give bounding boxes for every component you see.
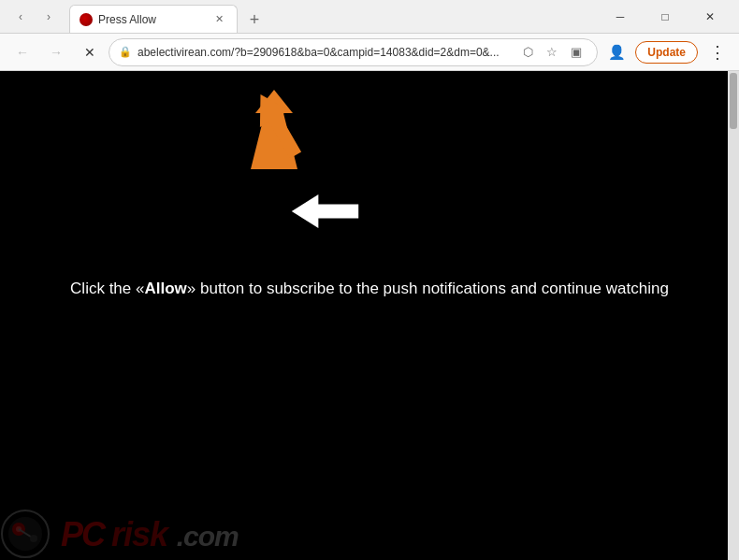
- active-tab[interactable]: Press Allow ✕: [69, 5, 238, 33]
- instruction-text-line: Click the «Allow» button to subscribe to…: [70, 280, 669, 297]
- svg-point-9: [30, 535, 37, 542]
- tab-favicon: [80, 13, 93, 26]
- svg-marker-2: [246, 86, 311, 164]
- white-left-arrow-icon: [290, 193, 360, 234]
- sidebar-icon[interactable]: ▣: [565, 41, 587, 64]
- menu-button[interactable]: ⋮: [702, 37, 732, 67]
- url-actions: ⬡ ☆ ▣: [516, 41, 587, 64]
- forward-button[interactable]: →: [41, 37, 71, 67]
- address-bar: ← → ✕ 🔒 abelectivirean.com/?b=2909618&ba…: [0, 34, 739, 71]
- scrollbar[interactable]: [728, 71, 739, 560]
- pcrisk-watermark: PC risk .com: [0, 509, 239, 560]
- main-instruction-text: Click the «Allow» button to subscribe to…: [0, 277, 739, 301]
- browser-content: Click the «Allow» button to subscribe to…: [0, 71, 739, 560]
- new-tab-button[interactable]: +: [241, 7, 268, 33]
- url-box[interactable]: 🔒 abelectivirean.com/?b=2909618&ba=0&cam…: [109, 38, 598, 66]
- allow-bold: Allow: [144, 280, 186, 297]
- lock-icon: 🔒: [119, 46, 132, 58]
- tab-close-button[interactable]: ✕: [210, 11, 227, 28]
- bookmark-icon[interactable]: ☆: [541, 41, 563, 64]
- svg-marker-3: [292, 194, 358, 228]
- orange-up-arrow-icon: [243, 85, 313, 168]
- reload-button[interactable]: ✕: [75, 37, 105, 67]
- close-button[interactable]: ✕: [688, 2, 732, 32]
- minimize-button[interactable]: ─: [599, 2, 642, 32]
- tab-prev-btn[interactable]: ‹: [7, 4, 34, 30]
- pc-text: PC: [61, 515, 111, 553]
- share-icon[interactable]: ⬡: [516, 41, 539, 64]
- scrollbar-thumb[interactable]: [730, 73, 737, 129]
- toolbar-right: 👤 Update ⋮: [601, 37, 732, 67]
- tab-area: Press Allow ✕ +: [69, 0, 599, 33]
- url-text: abelectivirean.com/?b=2909618&ba=0&campi…: [138, 46, 511, 59]
- back-button[interactable]: ←: [7, 37, 37, 67]
- tab-next-btn[interactable]: ›: [36, 4, 62, 30]
- tab-strip-controls: ‹ ›: [7, 4, 62, 30]
- restore-button[interactable]: □: [644, 2, 687, 32]
- pcrisk-text: PC risk .com: [61, 514, 239, 554]
- profile-icon[interactable]: 👤: [601, 37, 631, 67]
- window-controls: ─ □ ✕: [599, 2, 732, 32]
- update-button[interactable]: Update: [635, 41, 698, 64]
- pcrisk-logo-icon: [0, 509, 51, 560]
- title-bar: ‹ › Press Allow ✕ + ─ □ ✕: [0, 0, 739, 34]
- tab-title: Press Allow: [98, 13, 205, 26]
